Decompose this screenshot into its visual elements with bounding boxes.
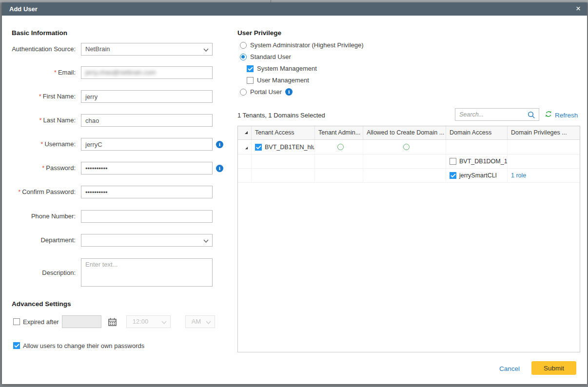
user-management-checkbox[interactable]	[247, 77, 254, 84]
confirm-password-label: *Confirm Password:	[12, 186, 81, 195]
tenant-row: BVT_DB1TEN_hlu!	[238, 140, 580, 155]
close-icon[interactable]: ×	[576, 2, 581, 16]
auth-source-label: Authentication Source:	[12, 43, 81, 53]
username-label: *Username:	[12, 138, 81, 148]
tenants-domains-summary: 1 Tenants, 1 Domains Selected	[237, 112, 325, 119]
standard-user-radio[interactable]	[240, 54, 247, 60]
spacer-cell	[238, 169, 252, 182]
tenant-admin-circle-icon[interactable]	[337, 144, 344, 150]
tenant-admin-cell	[315, 140, 363, 154]
info-icon[interactable]: i	[285, 88, 293, 96]
domain-row: BVT_DB1DOM_1m	[238, 155, 580, 169]
chevron-down-icon	[161, 320, 166, 325]
refresh-button[interactable]: Refresh	[545, 110, 578, 120]
col-header-domain-access[interactable]: Domain Access	[446, 126, 508, 139]
calendar-icon[interactable]	[108, 317, 117, 327]
domain-privileges-cell: 1 role	[508, 169, 579, 182]
domain-access-cell: BVT_DB1DOM_1m	[446, 155, 508, 168]
advanced-settings-heading: Advanced Settings	[12, 300, 71, 308]
role-count-link[interactable]: 1 role	[511, 172, 526, 179]
auth-source-value: NetBrain	[85, 45, 110, 53]
tenant-search-box	[455, 108, 539, 121]
portal-user-label: Portal User	[250, 88, 282, 96]
search-input[interactable]	[455, 109, 524, 120]
email-field[interactable]: jerry.chao@netbrain.com	[81, 66, 213, 79]
domain-privileges-cell	[508, 155, 579, 168]
expired-meridiem-value: AM	[192, 318, 201, 325]
spacer-cell	[238, 155, 252, 168]
username-field[interactable]	[81, 138, 213, 151]
tenant-name: BVT_DB1TEN_hlu!	[265, 144, 315, 151]
refresh-label: Refresh	[555, 112, 578, 119]
chevron-down-icon	[206, 320, 210, 325]
dialog-title: Add User	[9, 5, 38, 13]
expired-meridiem-select: AM	[185, 315, 215, 328]
domain-access-cell	[446, 140, 508, 154]
description-field[interactable]	[81, 258, 213, 287]
confirm-password-field[interactable]	[81, 186, 213, 198]
col-header-allowed-create-domain[interactable]: Allowed to Create Domain ...	[363, 126, 446, 139]
user-privilege-heading: User Privilege	[237, 29, 281, 37]
submit-button[interactable]: Submit	[531, 361, 576, 375]
domain-name: BVT_DB1DOM_1m	[459, 158, 508, 165]
expired-date-field[interactable]	[62, 315, 101, 328]
info-icon[interactable]: i	[216, 165, 223, 172]
expired-after-label: Expired after	[23, 318, 59, 326]
first-name-label: *First Name:	[12, 90, 81, 100]
col-header-tenant-admin[interactable]: Tenant Admin...	[315, 126, 363, 139]
domain-privileges-cell	[508, 140, 579, 154]
collapse-all-icon[interactable]	[238, 126, 252, 139]
domain-name: jerrySmartCLI	[459, 172, 497, 179]
department-select[interactable]	[81, 234, 213, 247]
domain-row: jerrySmartCLI 1 role	[238, 169, 580, 183]
user-management-label: User Management	[257, 77, 309, 84]
chevron-down-icon	[203, 239, 208, 243]
allow-change-password-checkbox[interactable]	[13, 342, 20, 349]
phone-number-field[interactable]	[81, 210, 213, 223]
password-field[interactable]	[81, 162, 213, 174]
col-header-tenant-access[interactable]: Tenant Access	[252, 126, 315, 139]
refresh-icon	[545, 110, 552, 120]
add-user-dialog: Add User × Basic Information Authenticat…	[2, 2, 587, 384]
dialog-titlebar: Add User ×	[2, 2, 587, 16]
domain-checkbox[interactable]	[450, 158, 456, 165]
spacer-cell	[315, 169, 363, 182]
domain-checkbox[interactable]	[450, 172, 456, 179]
last-name-label: *Last Name:	[12, 114, 81, 124]
spacer-cell	[315, 155, 363, 168]
basic-information-heading: Basic Information	[12, 29, 67, 37]
tenant-checkbox[interactable]	[255, 144, 262, 151]
email-label: *Email:	[12, 66, 81, 76]
collapse-row-icon[interactable]	[238, 140, 252, 154]
auth-source-select[interactable]: NetBrain	[81, 43, 213, 56]
password-label: *Password:	[12, 162, 81, 172]
system-management-checkbox[interactable]	[247, 65, 254, 72]
phone-number-label: Phone Number:	[12, 210, 81, 220]
expired-after-checkbox[interactable]	[13, 318, 20, 325]
info-icon[interactable]: i	[216, 141, 223, 148]
standard-user-label: Standard User	[250, 53, 291, 60]
spacer-cell	[363, 155, 446, 168]
domain-access-cell: jerrySmartCLI	[446, 169, 508, 182]
col-header-domain-privileges[interactable]: Domain Privileges ...	[508, 126, 579, 139]
allowed-create-circle-icon[interactable]	[403, 144, 410, 150]
system-management-label: System Management	[257, 65, 317, 72]
first-name-field[interactable]	[81, 90, 213, 103]
portal-user-radio[interactable]	[240, 89, 247, 96]
last-name-field[interactable]	[81, 114, 213, 127]
grid-header-row: Tenant Access Tenant Admin... Allowed to…	[238, 126, 580, 140]
spacer-cell	[363, 169, 446, 182]
chevron-down-icon	[203, 48, 208, 52]
allowed-create-domain-cell	[363, 140, 446, 154]
system-administrator-label: System Administrator (Highest Privilege)	[250, 41, 364, 49]
system-administrator-radio[interactable]	[240, 42, 247, 49]
cancel-button[interactable]: Cancel	[499, 365, 520, 372]
spacer-cell	[252, 169, 315, 182]
email-value-blurred: jerry.chao@netbrain.com	[85, 69, 156, 76]
tenant-access-cell: BVT_DB1TEN_hlu!	[252, 140, 315, 154]
tenant-domain-grid: Tenant Access Tenant Admin... Allowed to…	[237, 126, 580, 352]
allow-change-password-label: Allow users to change their own password…	[23, 342, 144, 349]
search-icon[interactable]	[528, 111, 535, 121]
expired-time-select: 12:00	[126, 315, 171, 328]
description-label: Description:	[12, 258, 81, 276]
